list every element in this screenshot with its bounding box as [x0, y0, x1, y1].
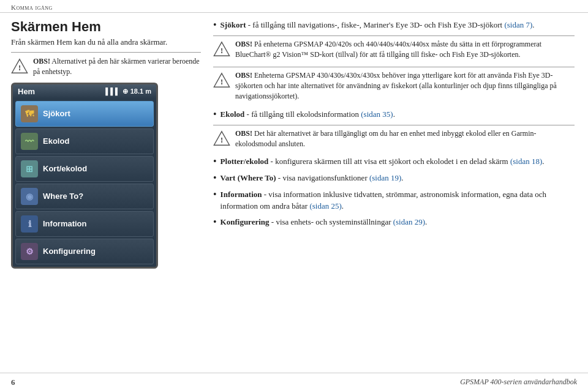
menu-icon-where-to: ◉: [21, 188, 38, 205]
sjokort-bold: Sjökort: [221, 20, 246, 29]
bullet-stop-0: .: [393, 110, 395, 119]
obs-content-1: På enheterna GPSMAP 420/420s och 440/440…: [235, 40, 541, 59]
menu-item-sjokort[interactable]: 🗺Sjökort: [15, 101, 154, 127]
bullet-bold-0: Ekolod: [221, 110, 245, 119]
bullet-desc-2: - konfigurera skärmen till att visa ett …: [268, 157, 510, 166]
menu-icon-kort-ekolod: ⊞: [21, 160, 38, 177]
bullet-dot-2: •: [213, 155, 217, 168]
bullet-item-2: • Plotter/ekolod - konfigurera skärmen t…: [213, 155, 575, 168]
bullet-stop-4: .: [342, 201, 344, 210]
page-title: Skärmen Hem: [11, 19, 201, 35]
bullet-item-3: • Vart (Where To) - visa navigationsfunk…: [213, 172, 575, 185]
menu-item-konfigurering[interactable]: ⚙Konfigurering: [15, 239, 154, 264]
obs-content-2: Enheterna GPSMAP 430/430s/430x/430sx beh…: [235, 71, 557, 101]
menu-label-information: Information: [43, 219, 87, 228]
signal-icon: ▌▌▌: [105, 88, 119, 95]
right-column: • Sjökort - få tillgång till navigations…: [213, 19, 577, 370]
warning-triangle-icon: !: [11, 58, 28, 75]
bullet-link-2[interactable]: (sidan 18): [510, 157, 542, 166]
bullet-link-0[interactable]: (sidan 35): [361, 110, 393, 119]
bullet-bold-2: Plotter/ekolod: [221, 157, 269, 166]
bullet-bold-4: Information: [221, 190, 262, 199]
menu-label-ekolod: Ekolod: [43, 136, 69, 146]
bullet-item-4: • Information - visa information inklusi…: [213, 188, 575, 212]
gps-icon: ⊕: [123, 88, 128, 95]
menu-icon-information: ℹ: [21, 215, 38, 233]
svg-text:!: !: [221, 78, 223, 86]
svg-text:!: !: [221, 136, 223, 144]
screen-header: Hem ▌▌▌ ⊕ 18.1 m: [13, 84, 156, 99]
main-content: Skärmen Hem Från skärmen Hem kan du nå a…: [0, 13, 588, 376]
obs-text-1: OBS! På enheterna GPSMAP 420/420s och 44…: [235, 39, 575, 61]
obs-inline-content-1: Det här alternativet är bara tillgänglig…: [235, 129, 537, 148]
bullet-text-4: Information - visa information inklusive…: [221, 188, 575, 212]
obs-inline-1: ! OBS! Det här alternativet är bara till…: [213, 125, 575, 153]
bullet-desc-0: - få tillgång till ekolodsinformation: [244, 110, 361, 119]
bullet-stop-3: .: [401, 173, 403, 182]
sjokort-desc: - få tillgång till navigations-, fiske-,…: [246, 20, 505, 29]
obs-box-2: ! OBS! Enheterna GPSMAP 430/430s/430x/43…: [213, 67, 575, 105]
bullet-dot-3: •: [213, 172, 217, 185]
bullet-sjokort: • Sjökort - få tillgång till navigations…: [213, 19, 575, 32]
warning-triangle-icon-1: !: [213, 40, 230, 58]
footer: 6 GPSMAP 400-serien användarhandbok: [0, 373, 588, 391]
bullet-desc-4: - visa information inklusive tidvatten, …: [221, 190, 546, 211]
product-name: GPSMAP 400-serien användarhandbok: [460, 378, 577, 387]
page-subtitle: Från skärmen Hem kan du nå alla andra sk…: [11, 37, 201, 47]
obs-warning-text: OBS! Alternativet på den här skärmen var…: [33, 56, 201, 78]
bullet-link-4[interactable]: (sidan 25): [309, 201, 341, 210]
obs-content: Alternativet på den här skärmen varierar…: [33, 57, 200, 76]
menu-item-information[interactable]: ℹInformation: [15, 211, 154, 237]
menu-item-ekolod[interactable]: 〰Ekolod: [15, 128, 154, 154]
bullet-item-5: • Konfigurering - visa enhets- och syste…: [213, 216, 575, 229]
device-screen: Hem ▌▌▌ ⊕ 18.1 m 🗺Sjökort〰Ekolod⊞Kort/ek…: [11, 83, 158, 269]
menu-icon-ekolod: 〰: [21, 133, 38, 150]
bullet-text-3: Vart (Where To) - visa navigationsfunkti…: [221, 172, 404, 185]
menu-label-konfigurering: Konfigurering: [43, 247, 96, 256]
bullet-dot-4: •: [213, 188, 217, 212]
screen-title: Hem: [18, 87, 35, 96]
obs-inline-text-1: OBS! Det här alternativet är bara tillgä…: [235, 128, 575, 150]
bullet-text-5: Konfigurering - visa enhets- och systemi…: [221, 216, 428, 229]
obs-label-2: OBS!: [235, 71, 252, 80]
menu-label-sjokort: Sjökort: [43, 109, 70, 118]
warning-triangle-icon-2: !: [213, 72, 230, 89]
breadcrumb: Komma igång: [0, 0, 588, 13]
bullet-text-2: Plotter/ekolod - konfigurera skärmen til…: [221, 155, 545, 168]
page-number: 6: [11, 378, 15, 387]
left-column: Skärmen Hem Från skärmen Hem kan du nå a…: [11, 19, 201, 370]
bullet-link-3[interactable]: (sidan 19): [369, 173, 401, 182]
svg-text:!: !: [18, 64, 21, 72]
menu-label-kort-ekolod: Kort/ekolod: [43, 164, 87, 173]
svg-text:!: !: [221, 47, 223, 55]
sjokort-link[interactable]: (sidan 7): [504, 20, 532, 29]
bullets-container: • Ekolod - få tillgång till ekolodsinfor…: [213, 108, 575, 229]
bullet-dot-sjokort: •: [213, 19, 217, 32]
obs-label: OBS!: [33, 57, 50, 65]
obs-text-2: OBS! Enheterna GPSMAP 430/430s/430x/430s…: [235, 70, 575, 102]
menu-icon-sjokort: 🗺: [21, 105, 38, 122]
bullet-bold-5: Konfigurering: [221, 217, 270, 226]
screen-menu: 🗺Sjökort〰Ekolod⊞Kort/ekolod◉Where To?ℹIn…: [13, 99, 156, 267]
bullet-bold-3: Vart (Where To): [221, 173, 276, 182]
menu-item-where-to[interactable]: ◉Where To?: [15, 184, 154, 209]
bullet-link-5[interactable]: (sidan 29): [393, 217, 425, 226]
bullet-item-0: • Ekolod - få tillgång till ekolodsinfor…: [213, 108, 575, 121]
menu-icon-konfigurering: ⚙: [21, 243, 38, 260]
bullet-stop-2: .: [542, 157, 544, 166]
obs-box-1: ! OBS! På enheterna GPSMAP 420/420s och …: [213, 35, 575, 64]
warning-triangle-icon-inline-1: !: [213, 130, 230, 147]
bullet-stop-5: .: [425, 217, 427, 226]
bullet-desc-5: - visa enhets- och systeminställningar: [270, 217, 393, 226]
bullet-text-0: Ekolod - få tillgång till ekolodsinforma…: [221, 108, 395, 121]
obs-label-1: OBS!: [235, 40, 252, 48]
bullet-dot-0: •: [213, 108, 217, 121]
menu-label-where-to: Where To?: [43, 192, 83, 201]
screen-nav-icons: ▌▌▌ ⊕ 18.1 m: [105, 88, 151, 95]
obs-inline-label-1: OBS!: [235, 129, 252, 138]
sjokort-stop: .: [532, 20, 534, 29]
distance-label: 18.1 m: [130, 88, 151, 95]
menu-item-kort-ekolod[interactable]: ⊞Kort/ekolod: [15, 156, 154, 182]
obs-warning-box: ! OBS! Alternativet på den här skärmen v…: [11, 52, 201, 78]
sjokort-text: Sjökort - få tillgång till navigations-,…: [221, 19, 535, 32]
